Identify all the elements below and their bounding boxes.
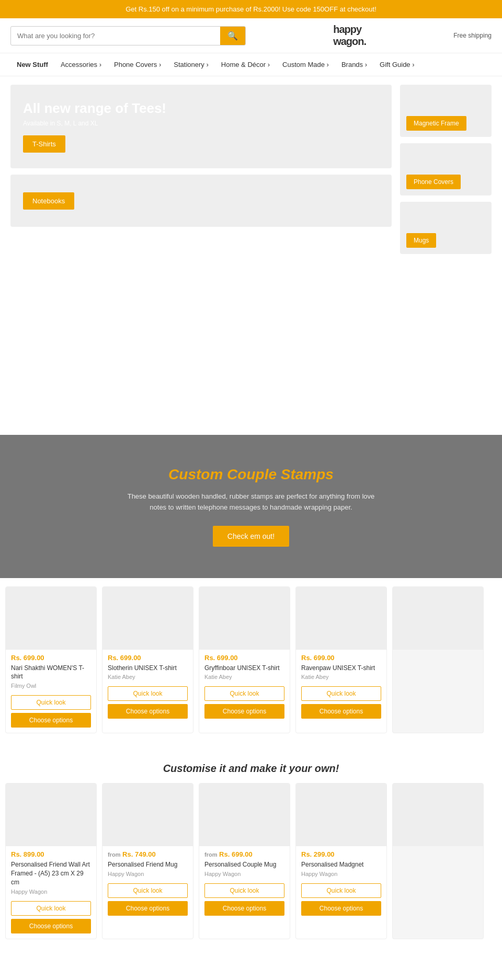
product-name-3: Ravenpaw UNISEX T-shirt xyxy=(301,664,381,673)
choose-button-1[interactable]: Choose options xyxy=(108,704,188,719)
product-image-1 xyxy=(102,587,193,650)
customise-actions-3: Quick look Choose options xyxy=(296,883,386,916)
search-button[interactable]: 🔍 xyxy=(220,27,245,45)
logo-text: happywagon. xyxy=(333,24,366,48)
customise-name-0: Personalised Friend Wall Art Framed - (A… xyxy=(11,860,91,886)
customise-image-3 xyxy=(296,783,386,846)
customise-card-1: from Rs. 749.00 Personalised Friend Mug … xyxy=(102,783,193,939)
mugs-button[interactable]: Mugs xyxy=(406,233,436,248)
customise-price-0: Rs. 899.00 xyxy=(11,850,91,858)
product-info-0: Rs. 699.00 Nari Shakthi WOMEN'S T-shirt … xyxy=(6,650,96,696)
product-price-0: Rs. 699.00 xyxy=(11,654,91,662)
product-card-0: Rs. 699.00 Nari Shakthi WOMEN'S T-shirt … xyxy=(5,586,97,734)
customise-quick-look-2[interactable]: Quick look xyxy=(204,883,284,898)
product-image-2 xyxy=(199,587,290,650)
product-image-3 xyxy=(296,587,386,650)
search-input[interactable] xyxy=(11,28,220,44)
product-info-1: Rs. 699.00 Slotherin UNISEX T-shirt Kati… xyxy=(102,650,193,687)
customise-quick-look-1[interactable]: Quick look xyxy=(108,883,188,898)
customise-info-2: from Rs. 699.00 Personalised Couple Mug … xyxy=(199,846,290,883)
choose-button-3[interactable]: Choose options xyxy=(301,704,381,719)
promo-banner: Get Rs.150 off on a minimum purchase of … xyxy=(0,0,502,18)
customise-name-1: Personalised Friend Mug xyxy=(108,860,188,869)
nav-item-phone-covers[interactable]: Phone Covers › xyxy=(108,53,167,76)
customise-brand-2: Happy Wagon xyxy=(204,871,284,877)
customise-choose-2[interactable]: Choose options xyxy=(204,901,284,916)
price-prefix-1: from xyxy=(108,851,120,858)
hero-section: All new range of Tees! Available in S, M… xyxy=(10,85,392,254)
product-actions-1: Quick look Choose options xyxy=(102,686,193,719)
customise-choose-0[interactable]: Choose options xyxy=(11,919,91,933)
customise-quick-look-0[interactable]: Quick look xyxy=(11,901,91,916)
product-price-1: Rs. 699.00 xyxy=(108,654,188,662)
product-price-3: Rs. 699.00 xyxy=(301,654,381,662)
quick-look-button-2[interactable]: Quick look xyxy=(204,686,284,701)
customise-actions-1: Quick look Choose options xyxy=(102,883,193,916)
customise-choose-3[interactable]: Choose options xyxy=(301,901,381,916)
customise-price-3: Rs. 299.00 xyxy=(301,850,381,858)
product-price-2: Rs. 699.00 xyxy=(204,654,284,662)
hero-banner-notebooks: Notebooks xyxy=(10,175,392,227)
customise-image-2 xyxy=(199,783,290,846)
products-grid: Rs. 699.00 Nari Shakthi WOMEN'S T-shirt … xyxy=(5,586,497,734)
main-content: All new range of Tees! Available in S, M… xyxy=(0,76,502,262)
product-brand-3: Katie Abey xyxy=(301,674,381,680)
choose-button-2[interactable]: Choose options xyxy=(204,704,284,719)
stamps-desc: These beautiful wooden handled, rubber s… xyxy=(120,491,382,513)
customise-brand-0: Happy Wagon xyxy=(11,889,91,895)
phone-covers-button[interactable]: Phone Covers xyxy=(406,175,461,189)
logo: happywagon. xyxy=(333,24,366,48)
magnetic-frame-button[interactable]: Magnetic Frame xyxy=(406,116,466,131)
sidebar-banner-mugs: Mugs xyxy=(400,202,492,254)
sidebar-banner-phone-covers: Phone Covers xyxy=(400,143,492,195)
customise-name-3: Personalised Madgnet xyxy=(301,860,381,869)
customise-image-0 xyxy=(6,783,96,846)
customise-image-4 xyxy=(393,783,483,846)
product-brand-0: Filmy Owl xyxy=(11,683,91,689)
nav-item-accessories[interactable]: Accessories › xyxy=(54,53,108,76)
nav-item-home-decor[interactable]: Home & Décor › xyxy=(215,53,276,76)
search-bar: 🔍 xyxy=(10,26,246,45)
stamps-section: Custom Couple Stamps These beautiful woo… xyxy=(0,435,502,578)
customise-choose-1[interactable]: Choose options xyxy=(108,901,188,916)
product-name-0: Nari Shakthi WOMEN'S T-shirt xyxy=(11,664,91,682)
product-card-3: Rs. 699.00 Ravenpaw UNISEX T-shirt Katie… xyxy=(295,586,387,734)
customise-card-2: from Rs. 699.00 Personalised Couple Mug … xyxy=(199,783,290,939)
customise-quick-look-3[interactable]: Quick look xyxy=(301,883,381,898)
quick-look-button-3[interactable]: Quick look xyxy=(301,686,381,701)
product-brand-2: Katie Abey xyxy=(204,674,284,680)
customise-card-4 xyxy=(392,783,484,939)
product-name-2: Gryffinboar UNISEX T-shirt xyxy=(204,664,284,673)
tshirts-button[interactable]: T-Shirts xyxy=(23,135,65,153)
spacer xyxy=(0,262,502,419)
product-card-2: Rs. 699.00 Gryffinboar UNISEX T-shirt Ka… xyxy=(199,586,290,734)
product-info-3: Rs. 699.00 Ravenpaw UNISEX T-shirt Katie… xyxy=(296,650,386,687)
product-image-0 xyxy=(6,587,96,650)
price-prefix-2: from xyxy=(204,851,217,858)
main-nav: New Stuff Accessories › Phone Covers › S… xyxy=(0,53,502,76)
customise-info-0: Rs. 899.00 Personalised Friend Wall Art … xyxy=(6,846,96,901)
customise-card-3: Rs. 299.00 Personalised Madgnet Happy Wa… xyxy=(295,783,387,939)
promo-text: Get Rs.150 off on a minimum purchase of … xyxy=(126,5,376,13)
notebooks-button[interactable]: Notebooks xyxy=(23,192,74,210)
quick-look-button-1[interactable]: Quick look xyxy=(108,686,188,701)
stamps-button[interactable]: Check em out! xyxy=(213,526,289,547)
nav-item-custom-made[interactable]: Custom Made › xyxy=(276,53,335,76)
nav-item-new-stuff[interactable]: New Stuff xyxy=(10,53,54,76)
customise-info-1: from Rs. 749.00 Personalised Friend Mug … xyxy=(102,846,193,883)
choose-button-0[interactable]: Choose options xyxy=(11,713,91,728)
nav-item-gift-guide[interactable]: Gift Guide › xyxy=(373,53,420,76)
customise-section: Customise it and make it your own! Rs. 8… xyxy=(0,742,502,947)
product-actions-0: Quick look Choose options xyxy=(6,695,96,728)
customise-name-2: Personalised Couple Mug xyxy=(204,860,284,869)
customise-card-0: Rs. 899.00 Personalised Friend Wall Art … xyxy=(5,783,97,939)
stamps-title: Custom Couple Stamps xyxy=(10,466,492,483)
products-section: Rs. 699.00 Nari Shakthi WOMEN'S T-shirt … xyxy=(0,578,502,742)
product-card-1: Rs. 699.00 Slotherin UNISEX T-shirt Kati… xyxy=(102,586,193,734)
quick-look-button-0[interactable]: Quick look xyxy=(11,695,91,710)
customise-actions-0: Quick look Choose options xyxy=(6,901,96,933)
nav-item-brands[interactable]: Brands › xyxy=(335,53,373,76)
nav-item-stationery[interactable]: Stationery › xyxy=(167,53,215,76)
product-info-2: Rs. 699.00 Gryffinboar UNISEX T-shirt Ka… xyxy=(199,650,290,687)
customise-grid: Rs. 899.00 Personalised Friend Wall Art … xyxy=(5,783,497,939)
